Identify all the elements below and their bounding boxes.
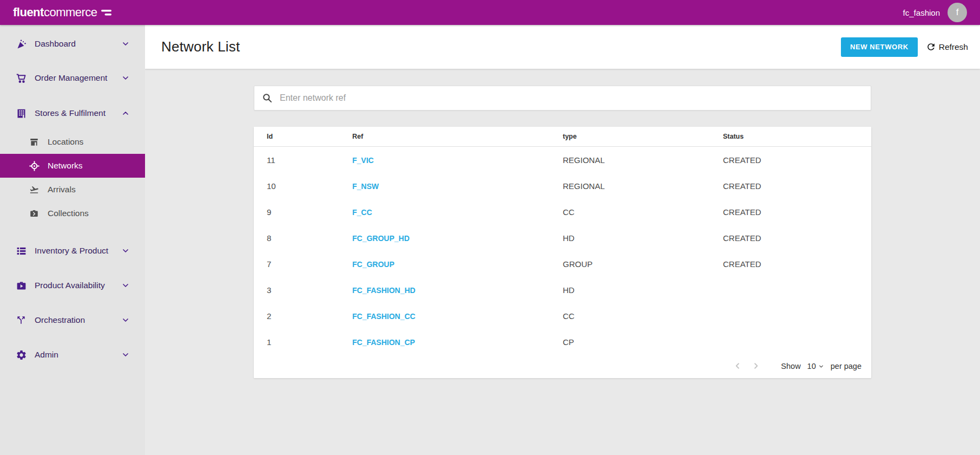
fluentcommerce-logo[interactable]: fluentcommerce (13, 5, 111, 20)
sidebar-item-label: Arrivals (48, 185, 76, 194)
chevron-down-icon (121, 316, 130, 324)
topbar: fluentcommerce fc_fashion f (0, 0, 980, 25)
page-size-select[interactable]: 10 (807, 362, 824, 370)
per-page-label: per page (831, 362, 861, 370)
chevron-right-icon (751, 361, 760, 370)
cell-status: CREATED (723, 207, 858, 217)
table-row: 2 FC_FASHION_CC CC (254, 303, 871, 329)
table-body: 11 F_VIC REGIONAL CREATED 10 F_NSW REGIO… (254, 147, 871, 355)
table-row: 11 F_VIC REGIONAL CREATED (254, 147, 871, 173)
briefcase-icon (28, 209, 41, 218)
chevron-down-icon (121, 281, 130, 290)
previous-page-button[interactable] (733, 361, 742, 370)
table-row: 1 FC_FASHION_CP CP (254, 329, 871, 355)
sidebar-item-label: Networks (48, 161, 83, 171)
next-page-button[interactable] (751, 361, 760, 370)
avatar[interactable]: f (948, 3, 967, 22)
table-row: 7 FC_GROUP GROUP CREATED (254, 251, 871, 277)
sidebar-item-label: Collections (48, 209, 89, 218)
network-ref-link[interactable]: FC_GROUP (352, 260, 394, 269)
page-title: Network List (161, 38, 240, 55)
network-ref-link[interactable]: F_VIC (352, 156, 374, 165)
network-table: Id Ref type Status 11 F_VIC REGIONAL CRE… (254, 127, 871, 378)
cell-status: CREATED (723, 259, 858, 269)
account-name: fc_fashion (903, 8, 940, 17)
list-icon (15, 245, 28, 257)
sidebar-item-label: Orchestration (35, 315, 85, 325)
cell-id: 11 (267, 155, 352, 165)
logo-text-light: commerce (44, 5, 97, 20)
cell-type: CC (563, 207, 723, 217)
page-size-value: 10 (807, 362, 816, 370)
sidebar-item-product-availability[interactable]: Product Availability (0, 274, 145, 297)
chevron-down-icon (121, 246, 130, 255)
network-ref-link[interactable]: F_NSW (352, 182, 379, 191)
cell-id: 10 (267, 181, 352, 191)
refresh-button[interactable]: Refresh (926, 42, 968, 52)
sidebar-item-arrivals[interactable]: Arrivals (0, 178, 145, 202)
cell-status: CREATED (723, 181, 858, 191)
sidebar-item-label: Product Availability (35, 281, 105, 290)
cell-type: CP (563, 337, 723, 347)
table-row: 10 F_NSW REGIONAL CREATED (254, 173, 871, 199)
new-network-button[interactable]: NEW NETWORK (841, 37, 918, 57)
branch-icon (15, 315, 28, 326)
sidebar-item-admin[interactable]: Admin (0, 343, 145, 367)
sidebar-item-stores-fulfilment[interactable]: Stores & Fulfilment (0, 101, 145, 125)
sidebar-item-collections[interactable]: Collections (0, 202, 145, 225)
network-ref-link[interactable]: FC_FASHION_HD (352, 286, 416, 295)
show-label: Show (781, 362, 800, 370)
cell-status: CREATED (723, 233, 858, 243)
building-icon (15, 108, 28, 119)
logo-bars-icon (101, 9, 111, 17)
plane-landing-icon (28, 185, 41, 194)
main-content: Network List NEW NETWORK Refresh Id Ref … (145, 25, 980, 455)
cell-type: HD (563, 233, 723, 243)
pagination: Show 10 per page (254, 361, 871, 378)
chevron-up-icon (121, 109, 130, 118)
cart-icon (15, 73, 28, 84)
sidebar-item-order-management[interactable]: Order Management (0, 66, 145, 90)
sidebar-item-networks[interactable]: Networks (0, 154, 145, 178)
logo-text-bold: fluent (13, 5, 44, 20)
sidebar-item-label: Admin (35, 350, 58, 360)
cell-id: 7 (267, 259, 352, 269)
chevron-down-icon (121, 40, 130, 48)
sidebar-item-dashboard[interactable]: Dashboard (0, 32, 145, 56)
sidebar-item-label: Inventory & Product (35, 246, 108, 256)
search-icon (262, 93, 273, 103)
sidebar-item-orchestration[interactable]: Orchestration (0, 308, 145, 332)
network-ref-link[interactable]: FC_FASHION_CC (352, 312, 416, 321)
sidebar-item-label: Stores & Fulfilment (35, 108, 106, 118)
column-header-status: Status (723, 133, 858, 140)
chevron-down-icon (121, 74, 130, 82)
chevron-down-icon (121, 350, 130, 359)
search-box (254, 86, 871, 110)
table-header-row: Id Ref type Status (254, 127, 871, 147)
storefront-icon (28, 137, 41, 147)
cell-status: CREATED (723, 155, 858, 165)
sidebar-item-locations[interactable]: Locations (0, 130, 145, 154)
refresh-icon (926, 42, 936, 52)
refresh-label: Refresh (939, 42, 968, 52)
search-input[interactable] (280, 93, 863, 103)
cell-id: 9 (267, 207, 352, 217)
sidebar-item-label: Order Management (35, 73, 107, 83)
cell-id: 3 (267, 285, 352, 295)
header-actions: NEW NETWORK Refresh (841, 37, 968, 57)
network-ref-link[interactable]: F_CC (352, 208, 372, 217)
page-nav (733, 361, 760, 370)
column-header-ref: Ref (352, 133, 563, 140)
cell-id: 2 (267, 311, 352, 321)
sidebar-item-inventory-product[interactable]: Inventory & Product (0, 239, 145, 263)
network-ref-link[interactable]: FC_GROUP_HD (352, 234, 410, 243)
table-row: 9 F_CC CC CREATED (254, 199, 871, 225)
cell-id: 1 (267, 337, 352, 347)
megaphone-icon (15, 38, 28, 50)
gear-icon (15, 349, 28, 361)
sidebar: Dashboard Order Management Stores & Fulf… (0, 25, 145, 455)
network-ref-link[interactable]: FC_FASHION_CP (352, 338, 415, 347)
sidebar-item-label: Locations (48, 137, 83, 147)
cell-id: 8 (267, 233, 352, 243)
cell-type: REGIONAL (563, 155, 723, 165)
